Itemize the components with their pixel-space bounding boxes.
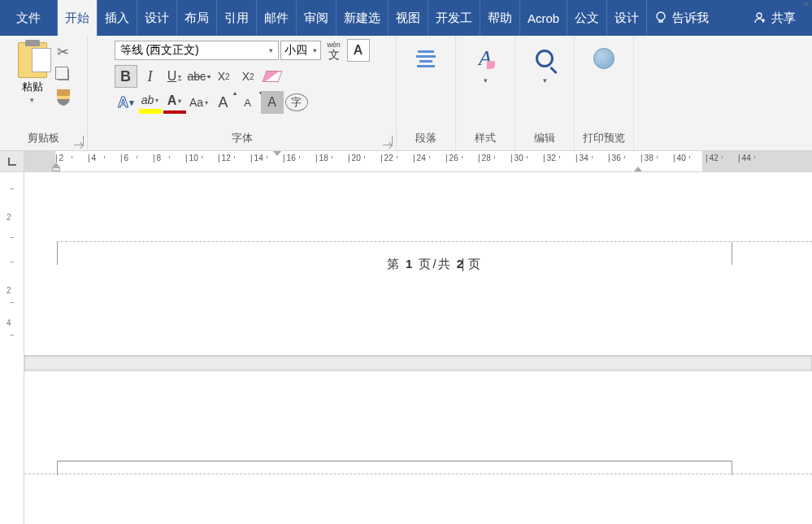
vruler-tick: 2 xyxy=(7,213,11,222)
bold-button[interactable]: B xyxy=(115,65,137,88)
ruler-tick: 38 xyxy=(640,154,654,162)
tab-home[interactable]: 开始 xyxy=(58,0,98,36)
header-right-margin xyxy=(732,461,732,475)
phonetic-guide-button[interactable]: wén 文 xyxy=(323,39,345,62)
styles-group-label: 样式 xyxy=(475,128,496,150)
editing-group-label: 编辑 xyxy=(534,128,555,150)
footer-left-margin xyxy=(57,242,58,265)
font-launcher[interactable] xyxy=(383,136,393,145)
header-left-margin xyxy=(57,461,58,475)
char-shading-button[interactable]: A xyxy=(261,91,284,114)
tab-developer[interactable]: 开发工 xyxy=(428,0,480,36)
print-preview-button[interactable] xyxy=(580,39,628,71)
tab-layout[interactable]: 布局 xyxy=(177,0,217,36)
lightbulb-icon xyxy=(654,11,667,24)
ribbon-tabs: 文件 开始 插入 设计 布局 引用 邮件 审阅 新建选 视图 开发工 帮助 Ac… xyxy=(0,0,812,36)
styles-button[interactable]: A ▾ xyxy=(461,39,510,84)
search-icon xyxy=(532,45,558,71)
paragraph-button[interactable] xyxy=(402,39,450,71)
tab-selector[interactable] xyxy=(0,151,24,171)
tab-design-2[interactable]: 设计 xyxy=(607,0,647,36)
font-size-select[interactable]: 小四 ▾ xyxy=(280,41,321,60)
group-clipboard: 粘贴 ▾ ✂ 剪贴板 xyxy=(0,36,88,150)
underline-button[interactable]: U▾ xyxy=(163,65,186,88)
scissors-icon: ✂ xyxy=(57,43,69,61)
highlight-button[interactable]: ab▾ xyxy=(139,91,162,114)
shrink-font-button[interactable]: A xyxy=(237,91,259,114)
tab-mailings[interactable]: 邮件 xyxy=(257,0,297,36)
svg-point-1 xyxy=(757,13,762,18)
horizontal-ruler[interactable]: 2468101214161820222426283032343638404244 xyxy=(24,151,812,171)
grow-font-button[interactable]: A xyxy=(212,91,235,114)
paste-button[interactable]: 粘贴 ▾ xyxy=(15,39,50,110)
eraser-icon xyxy=(263,71,283,82)
tab-share[interactable]: 共享 xyxy=(737,0,812,36)
ribbon: 粘贴 ▾ ✂ 剪贴板 等线 (西文正文) ▾ 小四 ▾ xyxy=(0,36,812,151)
font-color-button[interactable]: A▾ xyxy=(163,91,186,114)
tab-newtab[interactable]: 新建选 xyxy=(337,0,389,36)
tab-help[interactable]: 帮助 xyxy=(480,0,520,36)
tab-file[interactable]: 文件 xyxy=(0,0,58,36)
tab-gongwen[interactable]: 公文 xyxy=(567,0,607,36)
page-number-field[interactable]: 第 1 页/共 2 页 xyxy=(57,242,812,272)
copy-button[interactable] xyxy=(55,67,72,83)
ruler-tick: 14 xyxy=(250,154,263,162)
font-group-label: 字体 xyxy=(232,128,253,150)
page-1-bottom[interactable]: 第 1 页/共 2 页 xyxy=(24,172,812,355)
styles-icon: A xyxy=(472,45,498,71)
group-font: 等线 (西文正文) ▾ 小四 ▾ wén 文 A B I U▾ abc▾ X2 xyxy=(88,36,397,150)
group-styles: A ▾ 样式 xyxy=(456,36,515,150)
tab-references[interactable]: 引用 xyxy=(217,0,257,36)
pn-suffix: 页 xyxy=(463,257,482,271)
vruler-tick: 2 xyxy=(7,286,11,295)
clipboard-launcher[interactable] xyxy=(74,136,84,145)
document-area: 224 第 1 页/共 2 页 xyxy=(0,172,812,524)
chevron-down-icon: ▾ xyxy=(484,76,488,84)
tab-design[interactable]: 设计 xyxy=(137,0,177,36)
tab-review[interactable]: 审阅 xyxy=(297,0,337,36)
ruler-tick: 26 xyxy=(445,154,458,162)
font-name-select[interactable]: 等线 (西文正文) ▾ xyxy=(115,41,279,60)
format-painter-button[interactable] xyxy=(55,89,72,106)
ruler-tick: 36 xyxy=(608,154,621,162)
right-indent-marker[interactable] xyxy=(634,167,642,171)
first-line-indent-marker[interactable] xyxy=(273,151,281,171)
group-paragraph: 段落 xyxy=(397,36,456,150)
page-2-top[interactable] xyxy=(24,371,812,524)
footer-area[interactable]: 第 1 页/共 2 页 xyxy=(57,241,812,355)
ruler-tick: 22 xyxy=(380,154,393,162)
collapse-ribbon-button[interactable]: ^ xyxy=(804,0,809,11)
enclose-char-button[interactable]: 字 xyxy=(285,93,308,111)
header-dash xyxy=(24,474,812,474)
left-indent-marker[interactable] xyxy=(52,162,60,171)
tab-tellme[interactable]: 告诉我 xyxy=(647,0,716,36)
paragraph-group-label: 段落 xyxy=(415,128,436,150)
ruler-tick: 4 xyxy=(88,154,96,162)
svg-point-0 xyxy=(657,12,665,20)
tab-view[interactable]: 视图 xyxy=(389,0,428,36)
ruler-tick: 28 xyxy=(478,154,491,162)
subscript-button[interactable]: X2 xyxy=(212,65,235,88)
vertical-ruler[interactable]: 224 xyxy=(0,172,24,524)
cut-button[interactable]: ✂ xyxy=(55,44,72,60)
page-gap[interactable] xyxy=(24,355,812,371)
tab-acrobat[interactable]: Acrob xyxy=(520,0,567,36)
ruler-tick: 10 xyxy=(185,154,198,162)
clipboard-group-label: 剪贴板 xyxy=(28,128,59,150)
share-label: 共享 xyxy=(771,11,796,26)
paste-label: 粘贴 xyxy=(22,80,43,94)
char-border-button[interactable]: A xyxy=(347,39,370,62)
superscript-button[interactable]: X2 xyxy=(237,65,259,88)
italic-button[interactable]: I xyxy=(139,65,162,88)
text-effects-button[interactable]: A▾ xyxy=(115,91,137,114)
clear-format-button[interactable] xyxy=(261,65,284,88)
strikethrough-button[interactable]: abc▾ xyxy=(188,65,211,88)
pn-current: 1 xyxy=(406,257,414,271)
editing-button[interactable]: ▾ xyxy=(520,39,569,84)
ruler-tick: 40 xyxy=(673,154,686,162)
tab-insert[interactable]: 插入 xyxy=(98,0,137,36)
chevron-down-icon: ▾ xyxy=(543,76,547,84)
change-case-button[interactable]: Aa▾ xyxy=(188,91,211,114)
brush-icon xyxy=(57,89,70,106)
phonetic-main: 文 xyxy=(328,49,340,60)
